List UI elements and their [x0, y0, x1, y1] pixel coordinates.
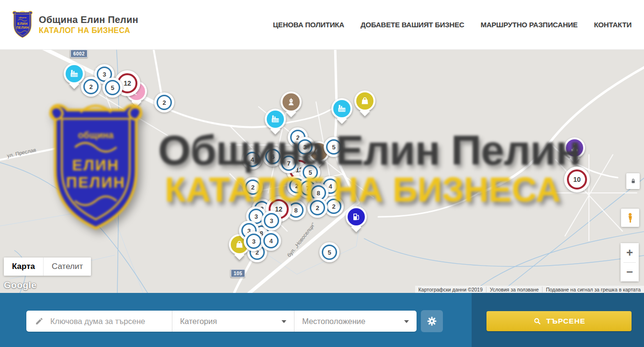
- location-dropdown[interactable]: Местоположение: [294, 311, 417, 332]
- location-dropdown-label: Местоположение: [302, 317, 365, 326]
- attribution-item-0: Картографски данни ©2019: [415, 287, 486, 292]
- search-action-panel: ТЪРСЕНЕ: [472, 293, 644, 347]
- nav-item-2[interactable]: МАРШРУТНО РАЗПИСАНИЕ: [481, 21, 578, 29]
- search-icon: [533, 317, 542, 325]
- keyword-search-input[interactable]: [50, 317, 170, 326]
- nav-item-3[interactable]: КОНТАКТИ: [594, 21, 632, 29]
- page: община ЕЛИН ПЕЛИН Община Елин Пелин КАТА…: [0, 0, 644, 347]
- main-nav: ЦЕНОВА ПОЛИТИКАДОБАВЕТЕ ВАШИЯТ БИЗНЕСМАР…: [273, 21, 632, 29]
- map-type-map-button[interactable]: Карта: [4, 257, 43, 276]
- search-button-label: ТЪРСЕНЕ: [546, 317, 586, 325]
- pegman-icon: [625, 212, 635, 224]
- header: община ЕЛИН ПЕЛИН Община Елин Пелин КАТА…: [0, 0, 644, 49]
- municipality-crest-logo[interactable]: община ЕЛИН ПЕЛИН: [11, 11, 34, 39]
- map-cluster-marker[interactable]: 10: [564, 167, 590, 192]
- site-title-block: Община Елин Пелин КАТАЛОГ НА БИЗНЕСА: [39, 14, 138, 35]
- svg-text:ЕЛИН: ЕЛИН: [17, 22, 27, 25]
- search-settings-button[interactable]: [421, 310, 443, 332]
- pencil-icon: [35, 317, 44, 325]
- zoom-out-button[interactable]: −: [621, 263, 639, 282]
- svg-text:община: община: [19, 16, 27, 19]
- map-type-satellite-button[interactable]: Сателит: [43, 257, 91, 276]
- lock-button[interactable]: [626, 173, 640, 189]
- zoom-control: + −: [621, 243, 639, 281]
- map-pin-fuel[interactable]: [346, 206, 367, 227]
- search-button[interactable]: ТЪРСЕНЕ: [486, 311, 632, 331]
- site-subtitle: КАТАЛОГ НА БИЗНЕСА: [39, 26, 138, 35]
- map-canvas[interactable]: ул. Преславбул. „Новоселци"ци" 6002105 1…: [0, 49, 644, 293]
- site-title: Община Елин Пелин: [39, 14, 138, 25]
- attribution-item-2[interactable]: Подаване на сигнал за грешка в картата: [542, 287, 644, 292]
- svg-text:ПЕЛИН: ПЕЛИН: [16, 26, 29, 29]
- map-marker-layer-above: 10: [0, 49, 644, 293]
- category-dropdown[interactable]: Категория: [172, 311, 294, 332]
- map-attribution: Картографски данни ©2019Условия за ползв…: [415, 286, 644, 293]
- chevron-down-icon: [282, 320, 286, 323]
- gear-icon: [426, 315, 438, 327]
- map-type-control: Карта Сателит: [4, 257, 91, 276]
- nav-item-1[interactable]: ДОБАВЕТЕ ВАШИЯТ БИЗНЕС: [361, 21, 464, 29]
- street-view-pegman-button[interactable]: [621, 209, 639, 227]
- keyword-section: [26, 311, 172, 332]
- zoom-in-button[interactable]: +: [621, 243, 639, 262]
- category-dropdown-label: Категория: [180, 317, 217, 326]
- fuel-icon: [351, 212, 362, 222]
- search-group: Категория Местоположение: [26, 311, 417, 332]
- chevron-down-icon: [404, 320, 409, 323]
- nav-item-0[interactable]: ЦЕНОВА ПОЛИТИКА: [273, 21, 344, 29]
- google-logo[interactable]: Google: [4, 280, 36, 291]
- attribution-item-1[interactable]: Условия за ползване: [486, 287, 542, 292]
- search-bar: Категория Местоположение: [0, 293, 644, 347]
- lock-icon: [630, 178, 637, 185]
